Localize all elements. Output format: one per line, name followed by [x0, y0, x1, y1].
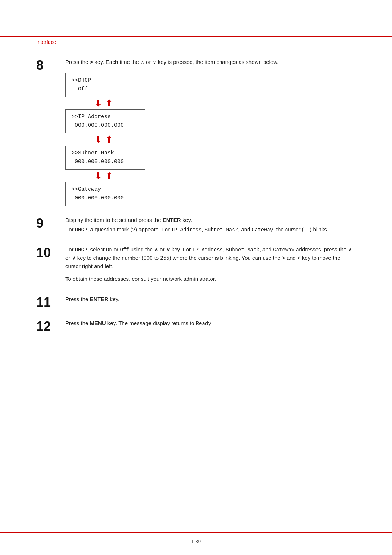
step-9-number: 9 [36, 216, 65, 230]
step-8-content: Press the > key. Each time the ∧ or ∨ ke… [65, 58, 356, 206]
step-9-line1: Display the item to be set and press the… [65, 216, 356, 224]
step-10-line1: For DHCP, select On or Off using the ∧ o… [65, 246, 356, 271]
top-border [0, 36, 392, 37]
step-9-content: Display the item to be set and press the… [65, 216, 356, 236]
step-11: 11 Press the ENTER key. [36, 295, 356, 309]
step-12-text: Press the MENU key. The message display … [65, 319, 356, 328]
arrow-down-3: ⬇ [94, 171, 102, 181]
page-number: 1-80 [191, 539, 201, 544]
step-11-content: Press the ENTER key. [65, 295, 356, 306]
step-8-number: 8 [36, 58, 65, 72]
step-11-number: 11 [36, 295, 65, 309]
arrow-up-3: ⬆ [105, 171, 113, 181]
step-11-text: Press the ENTER key. [65, 295, 356, 304]
lcd-diagram: >>DHCP Off ⬇ ⬆ >>IP Address 000.000.000.… [65, 73, 356, 206]
step-10-number: 10 [36, 246, 65, 259]
bottom-border [0, 532, 392, 533]
step-9: 9 Display the item to be set and press t… [36, 216, 356, 236]
lcd-box-gateway: >>Gateway 000.000.000.000 [65, 182, 145, 206]
step-10: 10 For DHCP, select On or Off using the … [36, 246, 356, 285]
step-8-text: Press the > key. Each time the ∧ or ∨ ke… [65, 58, 356, 66]
arrow-up-2: ⬆ [105, 135, 113, 144]
arrow-row-3: ⬇ ⬆ [65, 171, 113, 181]
step-12: 12 Press the MENU key. The message displ… [36, 319, 356, 333]
step-12-number: 12 [36, 319, 65, 333]
arrow-row-2: ⬇ ⬆ [65, 135, 113, 144]
lcd-box-subnet: >>Subnet Mask 000.000.000.000 [65, 146, 145, 170]
lcd-box-dhcp: >>DHCP Off [65, 73, 145, 97]
header-label: Interface [36, 39, 56, 45]
arrow-row-1: ⬇ ⬆ [65, 98, 113, 108]
step-10-note: To obtain these addresses, consult your … [65, 275, 356, 283]
arrow-up-1: ⬆ [105, 98, 113, 108]
step-8: 8 Press the > key. Each time the ∧ or ∨ … [36, 58, 356, 206]
arrow-down-2: ⬇ [94, 135, 102, 144]
step-10-content: For DHCP, select On or Off using the ∧ o… [65, 246, 356, 285]
lcd-box-ip: >>IP Address 000.000.000.000 [65, 109, 145, 133]
arrow-down-1: ⬇ [94, 98, 102, 108]
main-content: 8 Press the > key. Each time the ∧ or ∨ … [36, 58, 356, 333]
step-12-content: Press the MENU key. The message display … [65, 319, 356, 330]
step-9-line2: For DHCP, a question mark (?) appears. F… [65, 226, 356, 234]
